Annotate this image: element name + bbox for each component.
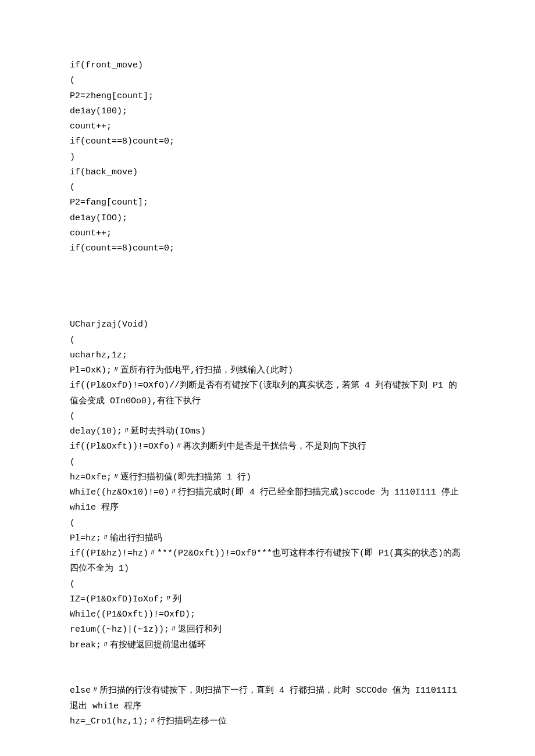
- code-line: re1um((~hz)|(~1z));〃返回行和列: [70, 622, 465, 637]
- code-line: if(front_move): [70, 58, 465, 73]
- code-line: IZ=(P1&OxfD)IoXof;〃列: [70, 592, 465, 607]
- code-line: (: [70, 73, 465, 88]
- blank-line: [70, 287, 465, 302]
- code-line: delay(10);〃延时去抖动(IOms): [70, 424, 465, 439]
- code-line: de1ay(100);: [70, 104, 465, 119]
- code-line: (: [70, 516, 465, 531]
- code-line: hz=_Cro1(hz,1);〃行扫描码左移一位: [70, 714, 465, 729]
- code-line: if((Pl&Oxft))!=OXfo)〃再次判断列中是否是干扰信号，不是则向下…: [70, 439, 465, 454]
- code-line: else〃所扫描的行没有键按下，则扫描下一行，直到 4 行都扫描，此时 SCCO…: [70, 683, 465, 714]
- blank-line: [70, 668, 465, 683]
- code-line: ): [70, 150, 465, 165]
- code-line: count++;: [70, 226, 465, 241]
- code-line: (: [70, 180, 465, 195]
- code-line: While((P1&Oxft))!=OxfD);: [70, 607, 465, 622]
- blank-line: [70, 272, 465, 287]
- code-line: if((Pl&OxfD)!=OXfO)//判断是否有有键按下(读取列的真实状态，…: [70, 378, 465, 409]
- code-line: ucharhz,1z;: [70, 348, 465, 363]
- code-line: P2=fang[count];: [70, 195, 465, 210]
- document-page: if(front_move)(P2=zheng[count];de1ay(100…: [0, 0, 535, 756]
- code-line: (: [70, 333, 465, 348]
- blank-line: [70, 302, 465, 317]
- code-line: if(back_move): [70, 165, 465, 180]
- code-line: P2=zheng[count];: [70, 89, 465, 104]
- code-line: hz=Oxfe;〃逐行扫描初值(即先扫描第 1 行): [70, 470, 465, 485]
- blank-line: [70, 256, 465, 271]
- code-line: de1ay(IOO);: [70, 211, 465, 226]
- code-line: (: [70, 577, 465, 592]
- code-line: count++;: [70, 119, 465, 134]
- code-line: Pl=OxK);〃置所有行为低电平,行扫描，列线输入(此时): [70, 363, 465, 378]
- blank-line: [70, 653, 465, 668]
- code-line: if(count==8)count=0;: [70, 241, 465, 256]
- code-line: WhiIe((hz&Ox10)!=0)〃行扫描完成时(即 4 行己经全部扫描完成…: [70, 485, 465, 516]
- code-line: UCharjzaj(Void): [70, 317, 465, 332]
- code-line: (: [70, 409, 465, 424]
- code-line: break;〃有按键返回提前退出循环: [70, 638, 465, 653]
- code-block: if(front_move)(P2=zheng[count];de1ay(100…: [70, 58, 465, 729]
- code-line: Pl=hz;〃输出行扫描码: [70, 531, 465, 546]
- code-line: if((PI&hz)!=hz)〃***(P2&Oxft))!=Oxf0***也可…: [70, 546, 465, 577]
- code-line: if(count==8)count=0;: [70, 134, 465, 149]
- code-line: (: [70, 455, 465, 470]
